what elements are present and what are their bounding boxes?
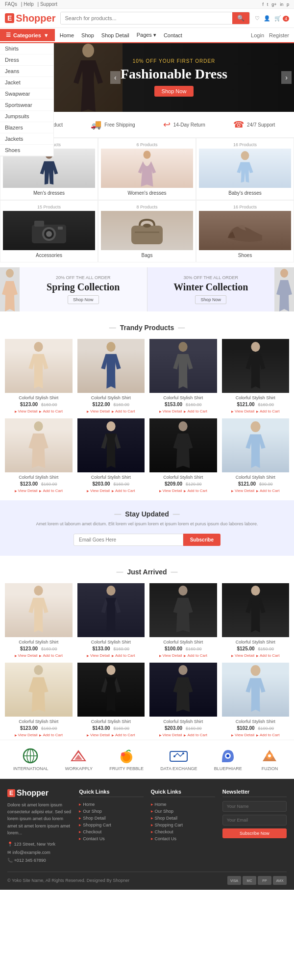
partner-workapply: WORKAPPLY [65, 748, 93, 771]
add-cart-6[interactable]: Add to Cart [112, 489, 135, 493]
add-cart-8[interactable]: Add to Cart [256, 489, 279, 493]
arrived-cart-5[interactable]: Add to Cart [39, 733, 62, 737]
user-icon[interactable]: 👤 [264, 15, 270, 22]
footer-link-cart1[interactable]: Shopping Cart [79, 822, 143, 828]
view-detail-6[interactable]: View Detail [87, 489, 110, 493]
view-detail-2[interactable]: View Detail [87, 409, 110, 413]
add-cart-7[interactable]: Add to Cart [184, 489, 207, 493]
category-shoes[interactable]: 16 Products Shoes [196, 200, 294, 262]
support-link[interactable]: Support [40, 1, 57, 7]
category-accessories[interactable]: 15 Products Accessories [0, 200, 98, 262]
sidebar-item-jeans[interactable]: Jeans [0, 66, 53, 77]
footer-link-shop1[interactable]: Our Shop [79, 808, 143, 815]
hero-shop-now-button[interactable]: Shop Now [154, 86, 194, 97]
category-bags[interactable]: 8 Products Bags [98, 200, 196, 262]
add-cart-1[interactable]: Add to Cart [39, 409, 62, 413]
sidebar-item-dress[interactable]: Dress [0, 54, 53, 66]
sidebar-item-shirts[interactable]: Shirts [0, 43, 53, 54]
view-detail-8[interactable]: View Detail [231, 489, 254, 493]
arrived-cart-8[interactable]: Add to Cart [256, 733, 279, 737]
twitter-icon[interactable]: t [267, 2, 269, 7]
footer-link-contact1[interactable]: Contact Us [79, 835, 143, 842]
footer-link-checkout2[interactable]: Checkout [151, 828, 215, 835]
facebook-icon[interactable]: f [263, 2, 264, 7]
sidebar-item-shoes[interactable]: Shoes [0, 145, 53, 156]
footer-newsletter-form[interactable]: Subscribe Now [222, 801, 287, 838]
nav-shop[interactable]: Shop [81, 28, 94, 42]
arrived-cart-6[interactable]: Add to Cart [112, 733, 135, 737]
footer-name-input[interactable] [222, 801, 287, 812]
linkedin-icon[interactable]: in [280, 2, 283, 7]
arrived-detail-4[interactable]: View Detail [231, 653, 254, 658]
add-cart-2[interactable]: Add to Cart [112, 409, 135, 413]
sidebar-item-swapwear[interactable]: Swapwear [0, 88, 53, 100]
arrived-cart-2[interactable]: Add to Cart [112, 653, 135, 658]
footer-email-input[interactable] [222, 815, 287, 825]
arrived-detail-7[interactable]: View Detail [159, 733, 182, 737]
logo[interactable]: E Shopper [5, 13, 55, 24]
arrived-cart-4[interactable]: Add to Cart [256, 653, 279, 658]
category-baby[interactable]: 16 Products Baby's dresses [196, 138, 294, 200]
arrived-detail-8[interactable]: View Detail [231, 733, 254, 737]
arrived-card-7: Colorful Stylish Shirt $203.00 $160.00 V… [147, 660, 220, 740]
googleplus-icon[interactable]: g+ [271, 2, 276, 7]
footer-link-home2[interactable]: Home [151, 801, 215, 808]
nav-contact[interactable]: Contact [164, 28, 182, 42]
winter-shop-button[interactable]: Shop Now [195, 295, 226, 304]
footer-link-checkout1[interactable]: Checkout [79, 828, 143, 835]
view-detail-5[interactable]: View Detail [15, 489, 38, 493]
sidebar-item-sportswear[interactable]: Sportswear [0, 100, 53, 111]
top-bar-links[interactable]: FAQs | Help | Support [5, 1, 60, 7]
view-detail-7[interactable]: View Detail [159, 489, 182, 493]
arrived-detail-2[interactable]: View Detail [87, 653, 110, 658]
register-link[interactable]: Register [269, 32, 289, 38]
footer-link-cart2[interactable]: Shopping Cart [151, 822, 215, 828]
sidebar-item-blazers[interactable]: Blazers [0, 122, 53, 133]
hero-prev-arrow[interactable]: ‹ [110, 71, 121, 84]
sidebar-item-jacket[interactable]: Jacket [0, 77, 53, 88]
footer-link-shop2[interactable]: Our Shop [151, 808, 215, 815]
svg-point-22 [250, 421, 260, 432]
footer-link-detail1[interactable]: Shop Detail [79, 815, 143, 822]
add-cart-4[interactable]: Add to Cart [256, 409, 279, 413]
arrived-cart-1[interactable]: Add to Cart [39, 653, 62, 658]
arrived-detail-3[interactable]: View Detail [159, 653, 182, 658]
footer-subscribe-button[interactable]: Subscribe Now [222, 828, 287, 838]
footer-link-contact2[interactable]: Contact Us [151, 835, 215, 842]
view-detail-3[interactable]: View Detail [159, 409, 182, 413]
arrived-cart-3[interactable]: Add to Cart [184, 653, 207, 658]
view-detail-1[interactable]: View Detail [15, 409, 38, 413]
newsletter-email-input[interactable] [74, 534, 183, 546]
add-cart-3[interactable]: Add to Cart [184, 409, 207, 413]
help-link[interactable]: Help [24, 1, 34, 7]
spring-shop-button[interactable]: Shop Now [68, 295, 99, 304]
newsletter-form[interactable]: Subscribe [74, 534, 220, 546]
hero-next-arrow[interactable]: › [281, 71, 292, 84]
category-womens[interactable]: 6 Products Women's dresses [98, 138, 196, 200]
search-input[interactable] [61, 12, 232, 24]
categories-dropdown[interactable]: ☰ Categories ▼ [0, 29, 55, 41]
footer-address: 📍 123 Street, New York [7, 840, 72, 848]
nav-home[interactable]: Home [60, 28, 74, 42]
wishlist-icon[interactable]: ♡ [255, 15, 260, 22]
newsletter-subscribe-button[interactable]: Subscribe [183, 534, 220, 546]
nav-pages[interactable]: Pages ▾ [137, 28, 156, 42]
sidebar-item-jumpsuits[interactable]: Jumpsuits [0, 111, 53, 122]
add-cart-5[interactable]: Add to Cart [39, 489, 62, 493]
login-link[interactable]: Login [251, 32, 264, 38]
arrived-detail-6[interactable]: View Detail [87, 733, 110, 737]
social-links: f t g+ in p [261, 1, 289, 7]
search-bar[interactable]: 🔍 [60, 12, 249, 25]
footer-link-detail2[interactable]: Shop Detail [151, 815, 215, 822]
faq-link[interactable]: FAQs [5, 1, 17, 7]
view-detail-4[interactable]: View Detail [231, 409, 254, 413]
pinterest-icon[interactable]: p [287, 2, 289, 7]
arrived-detail-1[interactable]: View Detail [15, 653, 38, 658]
sidebar-item-jackets[interactable]: Jackets [0, 133, 53, 145]
arrived-detail-5[interactable]: View Detail [15, 733, 38, 737]
arrived-cart-7[interactable]: Add to Cart [184, 733, 207, 737]
nav-shop-detail[interactable]: Shop Detail [101, 28, 129, 42]
cart-icon[interactable]: 🛒 4 [274, 15, 289, 22]
footer-link-home1[interactable]: Home [79, 801, 143, 808]
search-button[interactable]: 🔍 [232, 12, 249, 24]
